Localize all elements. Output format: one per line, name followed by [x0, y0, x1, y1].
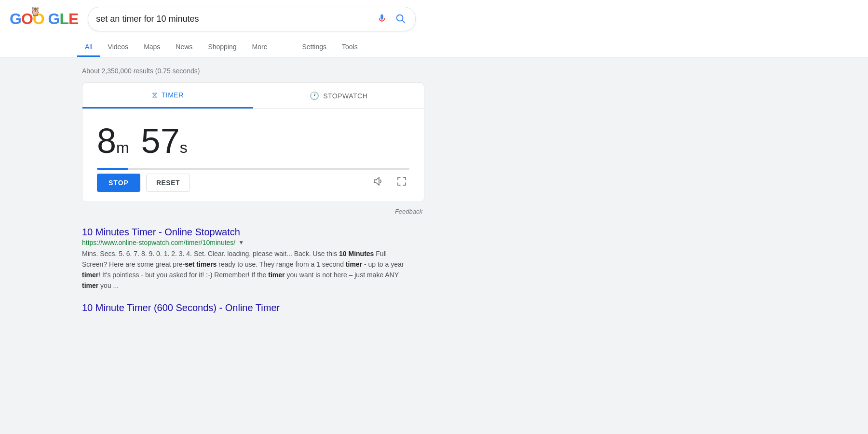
reset-button[interactable]: RESET: [146, 174, 190, 192]
result-1-snippet: Mins. Secs. 5. 6. 7. 8. 9. 0. 1. 2. 3. 4…: [82, 248, 410, 291]
tab-maps[interactable]: Maps: [136, 38, 168, 57]
tab-settings[interactable]: Settings: [294, 38, 334, 57]
tab-tools[interactable]: Tools: [334, 38, 366, 57]
result-1-dropdown-icon[interactable]: ▼: [238, 239, 244, 246]
speaker-icon: [373, 176, 384, 187]
widget-tab-bar: ⧖ TIMER 🕐 STOPWATCH: [82, 83, 424, 109]
microphone-icon: [377, 13, 387, 24]
search-result-2: 10 Minute Timer (600 Seconds) - Online T…: [82, 302, 424, 313]
tab-more[interactable]: More: [244, 38, 275, 57]
results-count: About 2,350,000 results (0.75 seconds): [82, 63, 424, 75]
fullscreen-icon: [396, 176, 407, 187]
search-input[interactable]: set an timer for 10 minutes: [96, 14, 371, 24]
tab-all[interactable]: All: [77, 38, 100, 57]
svg-line-1: [402, 20, 405, 23]
feedback-link[interactable]: Feedback: [82, 208, 424, 219]
timer-display: 8m 57s: [82, 109, 424, 168]
tab-news[interactable]: News: [168, 38, 200, 57]
sound-button[interactable]: [371, 174, 386, 192]
stopwatch-icon: 🕐: [310, 91, 320, 100]
hourglass-icon: ⧖: [152, 91, 158, 99]
timer-tab[interactable]: ⧖ TIMER: [82, 83, 253, 108]
timer-seconds-unit: s: [180, 139, 188, 156]
search-result-1: 10 Minutes Timer - Online Stopwatch http…: [82, 227, 424, 291]
google-logo: GOO 🦉 GLE: [10, 10, 78, 28]
search-button[interactable]: [393, 11, 407, 27]
stop-button[interactable]: STOP: [97, 174, 140, 192]
voice-search-button[interactable]: [375, 11, 389, 27]
timer-widget: ⧖ TIMER 🕐 STOPWATCH 8m 57s STOP RESET: [82, 82, 424, 202]
search-bar: set an timer for 10 minutes: [88, 7, 416, 31]
result-2-link[interactable]: 10 Minute Timer (600 Seconds) - Online T…: [82, 302, 280, 313]
timer-util-icons: [371, 174, 409, 192]
timer-buttons: STOP RESET: [97, 174, 190, 192]
tab-shopping[interactable]: Shopping: [200, 38, 244, 57]
fullscreen-button[interactable]: [394, 174, 409, 192]
result-1-title: 10 Minutes Timer - Online Stopwatch: [82, 227, 424, 238]
nav-tabs: All Videos Maps News Shopping More Setti…: [10, 38, 858, 57]
result-1-url-row: https://www.online-stopwatch.com/timer/1…: [82, 239, 424, 246]
timer-minutes: 8: [97, 122, 116, 160]
tab-videos[interactable]: Videos: [100, 38, 136, 57]
stopwatch-tab[interactable]: 🕐 STOPWATCH: [253, 83, 424, 108]
result-1-url: https://www.online-stopwatch.com/timer/1…: [82, 239, 235, 246]
result-1-link[interactable]: 10 Minutes Timer - Online Stopwatch: [82, 227, 240, 237]
timer-controls: STOP RESET: [82, 170, 424, 202]
search-icon: [395, 13, 406, 24]
svg-marker-2: [374, 177, 379, 185]
result-2-title: 10 Minute Timer (600 Seconds) - Online T…: [82, 302, 424, 313]
timer-seconds: 57: [141, 122, 180, 160]
timer-minutes-unit: m: [116, 139, 129, 156]
